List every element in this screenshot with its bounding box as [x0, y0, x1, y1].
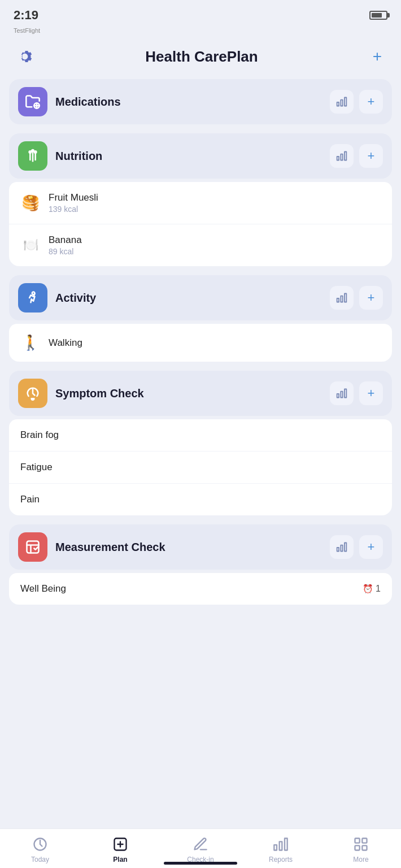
svg-rect-14 — [345, 294, 346, 302]
medications-title: Medications — [55, 96, 322, 108]
fruit-muesli-calories: 139 kcal — [49, 205, 381, 214]
walking-icon: 🚶 — [20, 334, 41, 351]
svg-rect-2 — [341, 100, 342, 106]
gear-icon — [15, 46, 35, 67]
measurement-add-button[interactable]: + — [359, 535, 383, 559]
medications-actions: + — [330, 90, 383, 114]
pain-name: Pain — [20, 494, 381, 505]
medications-add-button[interactable]: + — [359, 90, 383, 114]
svg-rect-30 — [362, 839, 367, 843]
medications-section: Medications + — [9, 79, 392, 124]
svg-rect-27 — [280, 841, 282, 850]
list-item[interactable]: 🍽️ Banana 89 kcal — [9, 224, 392, 266]
settings-button[interactable] — [14, 45, 36, 68]
checkin-icon — [192, 836, 209, 853]
bar-chart-icon — [336, 292, 347, 303]
medications-reports-button[interactable] — [330, 90, 354, 114]
well-being-count: 1 — [376, 584, 381, 594]
svg-rect-17 — [345, 389, 346, 398]
nutrition-add-button[interactable]: + — [359, 144, 383, 168]
activity-add-button[interactable]: + — [359, 286, 383, 310]
list-item[interactable]: 🚶 Walking — [9, 324, 392, 362]
measurement-items: Well Being ⏰ 1 — [9, 573, 392, 605]
symptom-check-icon — [18, 379, 47, 408]
activity-section: Activity + 🚶 Walking — [9, 275, 392, 362]
activity-reports-button[interactable] — [330, 286, 354, 310]
svg-rect-12 — [337, 157, 339, 160]
banana-name: Banana — [49, 235, 381, 246]
list-item[interactable]: Brain fog — [9, 419, 392, 452]
svg-point-7 — [29, 151, 32, 153]
measurement-check-section: Measurement Check + Well Being ⏰ 1 — [9, 524, 392, 605]
status-bar: 2:19 — [0, 0, 401, 27]
nutrition-items: 🥞 Fruit Muesli 139 kcal 🍽️ Banana 89 kca… — [9, 182, 392, 266]
svg-rect-26 — [285, 839, 287, 850]
activity-items: 🚶 Walking — [9, 324, 392, 362]
nav-plan[interactable]: Plan — [80, 836, 160, 863]
plan-icon — [112, 836, 129, 853]
symptom-items: Brain fog Fatigue Pain — [9, 419, 392, 515]
more-label: More — [353, 856, 368, 863]
home-indicator — [164, 862, 237, 865]
well-being-info: Well Being — [20, 583, 355, 594]
plan-label: Plan — [113, 856, 127, 863]
well-being-badge: ⏰ 1 — [363, 584, 381, 594]
nav-more[interactable]: More — [321, 836, 401, 863]
banana-icon: 🍽️ — [20, 238, 41, 253]
svg-point-9 — [34, 151, 37, 153]
banana-info: Banana 89 kcal — [49, 235, 381, 256]
symptom-check-header: Symptom Check + — [9, 371, 392, 416]
measurement-check-header: Measurement Check + — [9, 524, 392, 570]
bar-chart-icon — [336, 96, 347, 107]
fatigue-name: Fatigue — [20, 462, 381, 473]
activity-icon — [18, 283, 47, 313]
nav-reports[interactable]: Reports — [241, 836, 321, 863]
svg-rect-22 — [341, 545, 342, 552]
list-item[interactable]: Fatigue — [9, 452, 392, 484]
svg-rect-3 — [337, 102, 339, 106]
bar-chart-icon — [336, 150, 347, 162]
fruit-muesli-info: Fruit Muesli 139 kcal — [49, 192, 381, 214]
medications-icon — [18, 87, 47, 116]
testflight-label: TestFlight — [0, 27, 401, 36]
svg-rect-20 — [27, 541, 39, 553]
svg-rect-21 — [345, 543, 346, 552]
measurement-check-title: Measurement Check — [55, 541, 322, 554]
reports-icon — [272, 836, 289, 853]
svg-rect-10 — [345, 152, 346, 160]
nutrition-reports-button[interactable] — [330, 144, 354, 168]
list-item[interactable]: 🥞 Fruit Muesli 139 kcal — [9, 182, 392, 224]
nutrition-title: Nutrition — [55, 150, 322, 163]
measurement-check-actions: + — [330, 535, 383, 559]
measurement-check-icon — [18, 532, 47, 562]
symptom-check-section: Symptom Check + Brain fog Fatigue Pain — [9, 371, 392, 515]
more-icon — [352, 836, 369, 853]
nutrition-icon — [18, 141, 47, 171]
symptom-reports-button[interactable] — [330, 381, 354, 405]
well-being-name: Well Being — [20, 583, 355, 594]
today-icon — [32, 836, 49, 853]
svg-rect-28 — [274, 845, 277, 850]
activity-header: Activity + — [9, 275, 392, 320]
svg-rect-23 — [337, 548, 339, 552]
nav-checkin[interactable]: Check-in — [160, 836, 241, 863]
list-item[interactable]: Well Being ⏰ 1 — [9, 573, 392, 605]
banana-calories: 89 kcal — [49, 247, 381, 256]
walking-name: Walking — [49, 337, 381, 349]
measurement-reports-button[interactable] — [330, 535, 354, 559]
header: Health CarePlan + — [0, 36, 401, 79]
list-item[interactable]: Pain — [9, 484, 392, 515]
nutrition-header: Nutrition + — [9, 133, 392, 179]
add-careplan-button[interactable]: + — [367, 46, 387, 67]
fruit-muesli-name: Fruit Muesli — [49, 192, 381, 203]
nav-today[interactable]: Today — [0, 836, 80, 863]
bar-chart-icon — [336, 388, 347, 399]
svg-rect-16 — [337, 298, 339, 302]
svg-point-8 — [32, 150, 34, 152]
main-content: Medications + Nutrition — [0, 79, 401, 672]
svg-rect-15 — [341, 296, 342, 302]
symptom-add-button[interactable]: + — [359, 381, 383, 405]
nutrition-actions: + — [330, 144, 383, 168]
reports-label: Reports — [269, 856, 293, 863]
today-label: Today — [31, 856, 49, 863]
